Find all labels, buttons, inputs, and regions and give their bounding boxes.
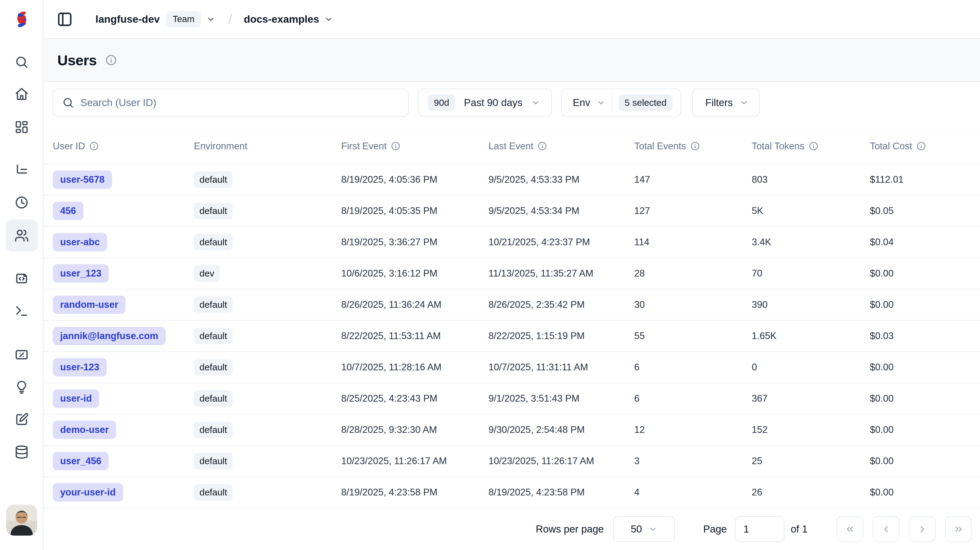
table-row[interactable]: 456 default 8/19/2025, 4:05:35 PM 9/5/20… [45, 196, 980, 227]
sidebar-item-playground[interactable] [6, 295, 38, 327]
first-event-cell: 8/19/2025, 4:05:35 PM [333, 196, 480, 226]
date-range-label: Past 90 days [464, 97, 522, 109]
last-event-cell: 8/19/2025, 4:23:58 PM [480, 477, 626, 508]
user-id-badge[interactable]: user_123 [53, 264, 109, 283]
filters-button[interactable]: Filters [692, 89, 760, 117]
breadcrumb-org[interactable]: langfuse-dev Team [95, 11, 215, 27]
sidebar-item-sessions[interactable] [6, 186, 38, 218]
total-tokens-cell: 26 [743, 477, 862, 508]
search-input[interactable] [80, 97, 408, 109]
user-id-badge[interactable]: random-user [53, 296, 126, 314]
user-id-cell: demo-user [45, 414, 186, 445]
previous-page-button[interactable] [873, 516, 900, 542]
user-id-badge[interactable]: user-123 [53, 358, 107, 376]
user-id-badge[interactable]: demo-user [53, 421, 116, 439]
user-id-badge[interactable]: user-abc [53, 233, 107, 251]
environment-cell: default [186, 352, 333, 383]
user-id-badge[interactable]: user-id [53, 389, 99, 408]
last-event-cell: 8/26/2025, 2:35:42 PM [480, 289, 626, 320]
column-label: Last Event [488, 141, 533, 152]
date-range-button[interactable]: 90d Past 90 days [418, 89, 552, 117]
filters-label: Filters [705, 97, 733, 109]
user-id-cell: user-abc [45, 227, 186, 258]
sidebar-item-search[interactable] [6, 46, 38, 78]
search-icon [62, 97, 74, 109]
environment-cell: default [186, 321, 333, 351]
sidebar-item-datasets[interactable] [6, 436, 38, 468]
total-events-cell: 30 [626, 289, 743, 320]
total-tokens-cell: 0 [743, 352, 862, 383]
column-header-user-id[interactable]: User ID [45, 128, 186, 164]
last-event-cell: 9/30/2025, 2:54:48 PM [480, 414, 626, 445]
column-label: Total Events [634, 141, 686, 152]
user-id-badge[interactable]: user_456 [53, 452, 109, 470]
user-id-cell: user_456 [45, 446, 186, 476]
sidebar-item-tracing[interactable] [6, 154, 38, 186]
environment-badge: default [194, 422, 232, 438]
rows-per-page-value: 50 [631, 523, 642, 535]
total-tokens-cell: 390 [743, 289, 862, 320]
column-header-total-cost[interactable]: Total Cost [862, 128, 980, 164]
total-tokens-cell: 5K [743, 196, 862, 226]
environment-badge: default [194, 453, 232, 469]
sidebar-item-scores[interactable] [6, 338, 38, 370]
column-header-first-event[interactable]: First Event [333, 128, 480, 164]
column-label: Total Tokens [752, 141, 805, 152]
project-name: docs-examples [243, 13, 319, 25]
search-box[interactable] [53, 89, 409, 117]
pagination-bar: Rows per page 50 Page of 1 [45, 508, 980, 550]
column-label: User ID [53, 141, 85, 152]
sidebar-item-experiments[interactable] [6, 403, 38, 435]
last-page-button[interactable] [945, 516, 972, 542]
info-icon [391, 141, 400, 151]
user-id-badge[interactable]: jannik@langfuse.com [53, 327, 166, 345]
page-number-input[interactable] [735, 516, 784, 542]
user-id-badge[interactable]: user-5678 [53, 170, 112, 189]
column-header-total-events[interactable]: Total Events [626, 128, 743, 164]
sidebar-item-home[interactable] [6, 78, 38, 110]
page-of-label: of 1 [791, 523, 808, 535]
user-id-badge[interactable]: your-user-id [53, 483, 123, 502]
user-id-badge[interactable]: 456 [53, 202, 83, 220]
total-tokens-cell: 3.4K [743, 227, 862, 258]
sidebar-item-annotation[interactable] [6, 371, 38, 403]
environment-cell: default [186, 477, 333, 508]
first-page-button[interactable] [837, 516, 864, 542]
square-pen-icon [14, 412, 29, 427]
column-header-total-tokens[interactable]: Total Tokens [743, 128, 862, 164]
info-icon [538, 141, 547, 151]
env-filter-button[interactable]: Env 5 selected [561, 89, 681, 117]
table-row[interactable]: demo-user default 8/28/2025, 9:32:30 AM … [45, 414, 980, 446]
table-row[interactable]: user-id default 8/25/2025, 4:23:43 PM 9/… [45, 383, 980, 414]
total-cost-cell: $112.01 [862, 164, 980, 195]
first-event-cell: 10/7/2025, 11:28:16 AM [333, 352, 480, 383]
next-page-button[interactable] [909, 516, 936, 542]
user-id-cell: 456 [45, 196, 186, 226]
last-event-cell: 11/13/2025, 11:35:27 AM [480, 258, 626, 289]
table-row[interactable]: user-abc default 8/19/2025, 3:36:27 PM 1… [45, 227, 980, 258]
sidebar-item-prompts[interactable] [6, 262, 38, 294]
sidebar-item-users[interactable] [6, 220, 38, 251]
table-row[interactable]: user_123 dev 10/6/2025, 3:16:12 PM 11/13… [45, 258, 980, 289]
table-row[interactable]: random-user default 8/26/2025, 11:36:24 … [45, 289, 980, 321]
sidebar-item-dashboards[interactable] [6, 111, 38, 143]
user-avatar[interactable] [6, 505, 37, 536]
table-row[interactable]: user-5678 default 8/19/2025, 4:05:36 PM … [45, 164, 980, 196]
table-row[interactable]: user-123 default 10/7/2025, 11:28:16 AM … [45, 352, 980, 383]
total-events-cell: 147 [626, 164, 743, 195]
total-tokens-cell: 152 [743, 414, 862, 445]
environment-badge: dev [194, 265, 220, 282]
environment-cell: default [186, 289, 333, 320]
table-header-row: User ID Environment First Event Last Eve… [45, 128, 980, 164]
total-cost-cell: $0.05 [862, 196, 980, 226]
square-percent-icon [14, 347, 29, 362]
date-range-badge: 90d [428, 94, 455, 111]
table-row[interactable]: jannik@langfuse.com default 8/22/2025, 1… [45, 321, 980, 352]
sidebar-toggle-button[interactable] [57, 11, 74, 28]
column-header-last-event[interactable]: Last Event [480, 128, 626, 164]
column-header-environment[interactable]: Environment [186, 128, 333, 164]
table-row[interactable]: your-user-id default 8/19/2025, 4:23:58 … [45, 477, 980, 508]
table-row[interactable]: user_456 default 10/23/2025, 11:26:17 AM… [45, 446, 980, 477]
rows-per-page-select[interactable]: 50 [613, 516, 675, 542]
breadcrumb-project[interactable]: docs-examples [243, 13, 333, 25]
